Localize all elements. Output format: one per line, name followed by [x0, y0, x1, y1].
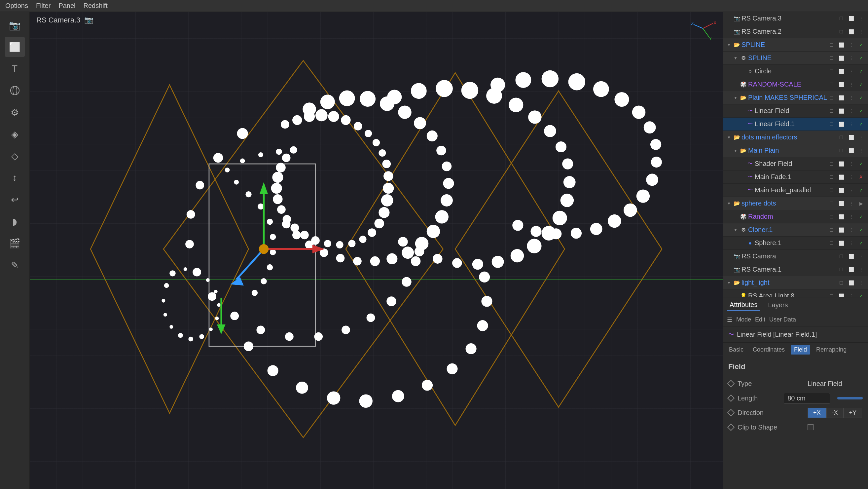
hierarchy-item-rs-area-light-8[interactable]: 💡 RS Area Light.8 ☐ ⬜ ⋮ ✓ [723, 289, 868, 297]
tab-attributes[interactable]: Attributes [727, 300, 760, 311]
direction-btn-minus-x[interactable]: -X [826, 408, 843, 418]
menu-filter[interactable]: Filter [36, 2, 51, 9]
sidebar-icon-bend[interactable]: ↩ [5, 190, 25, 210]
hierarchy-label-main-fade-1: Main Fade.1 [755, 173, 827, 181]
hierarchy-item-linear-field-1[interactable]: 〜 Linear Field.1 ☐ ⬜ ⋮ ✓ [723, 118, 868, 131]
sidebar-icon-gear[interactable]: ⚙ [5, 102, 25, 122]
hierarchy-item-light-light[interactable]: ▼ 📂 light_light ☐ ⬜ ⋮ [723, 276, 868, 289]
hierarchy-item-rs-camera-main[interactable]: 📷 RS Camera ☐ ⬜ ⋮ [723, 250, 868, 263]
sidebar-icon-video[interactable]: 🎬 [5, 233, 25, 253]
sidebar-icon-text[interactable]: T [5, 59, 25, 79]
hierarchy-label-dots-main: dots main effectors [742, 133, 837, 141]
sidebar-icon-moon[interactable]: ◗ [5, 211, 25, 231]
attr-label-type: Type [738, 380, 804, 388]
menu-options[interactable]: Options [5, 2, 28, 9]
red-x-btn[interactable]: ✗ [857, 173, 865, 181]
hierarchy-label-random-scale: RANDOM-SCALE [748, 81, 827, 88]
hierarchy-item-rs-camera-2[interactable]: 📷 RS Camera.2 ☐ ⬜ ⋮ [723, 25, 868, 38]
attr-obj-title: 〜 Linear Field [Linear Field.1] [723, 327, 868, 343]
sidebar-icon-arrow[interactable]: ↕ [5, 168, 25, 188]
lock-btn-spline[interactable]: ⬜ [837, 41, 845, 49]
eye-btn-2[interactable]: ☐ [837, 27, 845, 36]
field-direction-row: Direction +X -X +Y [728, 405, 863, 420]
sidebar-icon-cube[interactable]: ⬜ [5, 37, 25, 57]
grid-background [30, 12, 723, 489]
viewport[interactable]: RS Camera.3 📷 X Y Z [30, 12, 723, 489]
hierarchy-item-dots-main[interactable]: ▼ 📂 dots main effectors ☐ ⬜ ⋮ [723, 131, 868, 144]
hierarchy-item-cloner-1[interactable]: ▼ ⚙ Cloner.1 ☐ ⬜ ⋮ ✓ [723, 223, 868, 237]
dots-btn[interactable]: ⋮ [857, 14, 865, 23]
hierarchy-panel: 📷 RS Camera.3 ☐ ⬜ ⋮ 📷 RS Camera.2 ☐ ⬜ ⋮ [723, 12, 868, 297]
hierarchy-item-sphere-dots[interactable]: ▼ 📂 sphere dots ☐ ⬜ ⋮ ▶ [723, 197, 868, 210]
field-clip-row: Clip to Shape [728, 420, 863, 434]
check-btn-spline[interactable]: ✓ [857, 41, 865, 49]
eye-btn-spline[interactable]: ☐ [827, 41, 836, 49]
hierarchy-label-circle: Circle [755, 67, 827, 75]
attr-value-type: Linear Field [808, 380, 842, 388]
hierarchy-item-main-plain[interactable]: ▼ 📂 Main Plain ☐ ⬜ ⋮ [723, 144, 868, 157]
attr-toolbar: ☰ Mode Edit User Data [723, 313, 868, 327]
hierarchy-label-rs-camera-2: RS Camera.2 [742, 28, 837, 35]
subtab-remapping[interactable]: Remapping [813, 345, 850, 355]
toolbar-mode[interactable]: Mode [736, 316, 751, 323]
lock-btn-circle[interactable]: ⬜ [837, 67, 845, 76]
lock-btn[interactable]: ⬜ [847, 14, 856, 23]
hierarchy-label-main-fade-parallel: Main Fade_parallel [755, 186, 827, 194]
hierarchy-label-spline: SPLINE [742, 41, 827, 49]
attr-label-clip: Clip to Shape [738, 424, 804, 431]
toolbar-edit[interactable]: Edit [755, 316, 765, 323]
hierarchy-item-random[interactable]: 🎲 Random ☐ ⬜ ⋮ ✓ [723, 210, 868, 223]
hierarchy-item-main-fade-1[interactable]: 〜 Main Fade.1 ☐ ⬜ ⋮ ✗ [723, 171, 868, 184]
length-input[interactable] [784, 393, 830, 404]
hierarchy-item-circle[interactable]: ○ Circle ☐ ⬜ ⋮ ✓ [723, 65, 868, 78]
lock-btn-sc[interactable]: ⬜ [837, 54, 845, 62]
hierarchy-item-rs-camera-1[interactable]: 📷 RS Camera.1 ☐ ⬜ ⋮ [723, 263, 868, 276]
attributes-panel: Attributes Layers ☰ Mode Edit User Data … [723, 297, 868, 489]
hierarchy-label-light-light: light_light [742, 279, 837, 286]
attr-diamond-clip [727, 424, 735, 431]
clip-checkbox[interactable] [808, 424, 813, 430]
sidebar-icon-cube3d[interactable]: ◈ [5, 124, 25, 144]
lock-btn-2[interactable]: ⬜ [847, 27, 856, 36]
sidebar-icon-camera[interactable]: 📷 [5, 15, 25, 35]
hierarchy-label-spline-child: SPLINE [748, 54, 827, 62]
length-slider[interactable] [837, 397, 863, 399]
direction-btn-plus-x[interactable]: +X [808, 408, 826, 418]
eye-btn[interactable]: ☐ [837, 14, 845, 23]
menu-bar: Options Filter Panel Redshift [0, 0, 868, 12]
eye-btn-circle[interactable]: ☐ [827, 67, 836, 76]
hierarchy-item-spline-child[interactable]: ▼ ⚙ SPLINE ☐ ⬜ ⋮ ✓ [723, 52, 868, 65]
hierarchy-item-random-scale[interactable]: 🎲 RANDOM-SCALE ☐ ⬜ ⋮ ✓ [723, 78, 868, 91]
icon-right-btn[interactable]: ▶ [857, 199, 865, 208]
menu-panel[interactable]: Panel [58, 2, 75, 9]
tab-layers[interactable]: Layers [765, 300, 790, 310]
hierarchy-item-linear-field[interactable]: 〜 Linear Field ☐ ⬜ ⋮ ✓ [723, 104, 868, 118]
hierarchy-item-plain-makes[interactable]: ▼ 📂 Plain MAKES SPHERICAL ☐ ⬜ ⋮ ✓ [723, 91, 868, 104]
dots-btn-spline[interactable]: ⋮ [847, 41, 856, 49]
hierarchy-label-linear-field: Linear Field [755, 107, 827, 115]
sidebar-icon-sphere[interactable] [5, 81, 25, 100]
field-section-title: Field [728, 363, 863, 371]
hierarchy-item-main-fade-parallel[interactable]: 〜 Main Fade_parallel ☐ ⬜ ⋮ ✓ [723, 184, 868, 197]
attr-diamond-length [727, 395, 735, 402]
hierarchy-item-shader-field[interactable]: 〜 Shader Field ☐ ⬜ ⋮ ✓ [723, 157, 868, 171]
subtab-coordinates[interactable]: Coordinates [749, 345, 788, 355]
sidebar-icon-pen[interactable]: ✎ [5, 255, 25, 275]
dots-btn-2[interactable]: ⋮ [857, 27, 865, 36]
sidebar-icon-diamond[interactable]: ◇ [5, 146, 25, 166]
attr-tabs: Attributes Layers [723, 297, 868, 313]
hierarchy-item-sphere-1[interactable]: ● Sphere.1 ☐ ⬜ ⋮ ✓ [723, 237, 868, 250]
hierarchy-item-rs-camera-3[interactable]: 📷 RS Camera.3 ☐ ⬜ ⋮ [723, 12, 868, 25]
direction-btn-plus-y[interactable]: +Y [843, 408, 862, 418]
subtab-field[interactable]: Field [791, 345, 810, 355]
attr-subtabs: Basic Coordinates Field Remapping [723, 343, 868, 357]
subtab-basic[interactable]: Basic [726, 345, 747, 355]
toolbar-user-data[interactable]: User Data [769, 316, 796, 323]
right-panel: 📷 RS Camera.3 ☐ ⬜ ⋮ 📷 RS Camera.2 ☐ ⬜ ⋮ [723, 12, 868, 489]
svg-text:Y: Y [709, 36, 712, 41]
toolbar-menu-icon: ☰ [727, 316, 732, 324]
menu-redshift[interactable]: Redshift [84, 2, 108, 9]
field-length-row: Length [728, 391, 863, 405]
hierarchy-item-spline-group[interactable]: ▼ 📂 SPLINE ☐ ⬜ ⋮ ✓ [723, 38, 868, 52]
eye-btn-sc[interactable]: ☐ [827, 54, 836, 62]
